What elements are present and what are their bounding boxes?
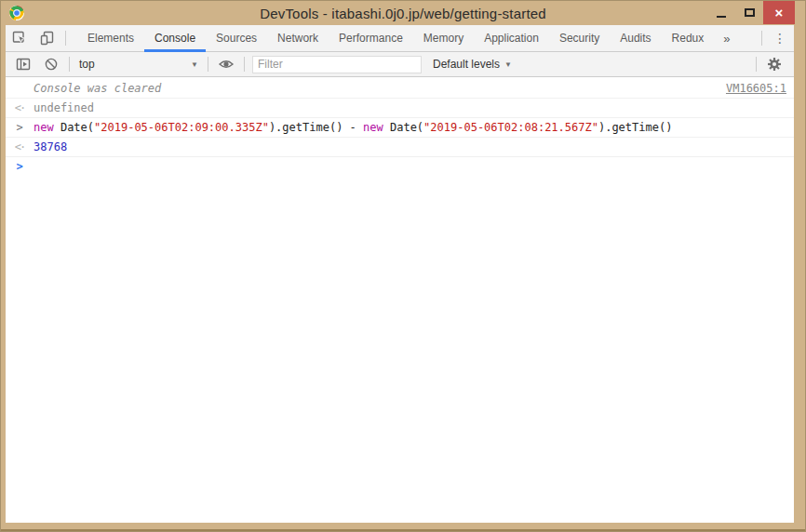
token-plain: ).getTime() bbox=[598, 121, 672, 134]
close-icon: × bbox=[775, 6, 784, 20]
tab-console[interactable]: Console bbox=[144, 25, 206, 52]
console-row-info: Console was clearedVM16605:1 bbox=[6, 79, 794, 99]
toolbar-right bbox=[752, 53, 794, 75]
filter-input[interactable] bbox=[252, 56, 422, 73]
title-bar: DevTools - itabashi.0j0.jp/web/getting-s… bbox=[1, 1, 805, 25]
console-row-command: >new Date("2019-05-06T02:09:00.335Z").ge… bbox=[6, 118, 794, 138]
tab-redux[interactable]: Redux bbox=[662, 25, 715, 52]
chrome-icon bbox=[9, 6, 24, 20]
command-expression: new Date("2019-05-06T02:09:00.335Z").get… bbox=[34, 119, 786, 136]
close-button[interactable]: × bbox=[763, 1, 795, 24]
maximize-icon bbox=[745, 8, 755, 17]
command-chevron-icon: > bbox=[6, 119, 34, 136]
separator bbox=[244, 57, 245, 72]
minimize-button[interactable] bbox=[707, 1, 735, 24]
clear-console-button[interactable] bbox=[39, 53, 63, 75]
prompt-chevron-icon: > bbox=[6, 158, 34, 175]
tab-overflow-button[interactable]: » bbox=[714, 32, 739, 46]
log-levels-dropdown[interactable]: Default levels ▼ bbox=[425, 58, 519, 71]
separator bbox=[65, 31, 66, 46]
token-plain: ).getTime() - bbox=[269, 121, 363, 134]
inspect-element-button[interactable] bbox=[7, 27, 32, 49]
tab-application[interactable]: Application bbox=[474, 25, 549, 52]
window-controls: × bbox=[707, 1, 795, 24]
execution-context-selector[interactable]: top ▼ bbox=[74, 58, 204, 71]
token-plain: Date( bbox=[54, 121, 94, 134]
token-keyword: new bbox=[363, 121, 383, 134]
tab-sources[interactable]: Sources bbox=[206, 25, 267, 52]
console-toolbar: top ▼ Default levels ▼ bbox=[6, 52, 794, 77]
window-bottom-edge bbox=[1, 529, 805, 531]
devtools-window: DevTools - itabashi.0j0.jp/web/getting-s… bbox=[0, 0, 806, 532]
token-string: "2019-05-06T02:08:21.567Z" bbox=[423, 121, 598, 134]
maximize-button[interactable] bbox=[735, 1, 763, 24]
tabbar-right: ⋮ bbox=[758, 27, 794, 49]
device-toolbar-button[interactable] bbox=[35, 27, 60, 49]
token-keyword: new bbox=[34, 121, 54, 134]
more-menu-button[interactable]: ⋮ bbox=[768, 27, 792, 49]
separator bbox=[756, 57, 757, 72]
console-row-result: <·undefined bbox=[6, 99, 794, 118]
log-levels-label: Default levels bbox=[433, 58, 500, 71]
live-expression-eye-button[interactable] bbox=[214, 53, 238, 75]
window-title: DevTools - itabashi.0j0.jp/web/getting-s… bbox=[1, 6, 805, 21]
devtools-frame: ElementsConsoleSourcesNetworkPerformance… bbox=[6, 25, 794, 523]
separator bbox=[761, 31, 762, 46]
vertical-dots-icon: ⋮ bbox=[773, 31, 786, 46]
chevron-down-icon: ▼ bbox=[191, 60, 198, 69]
token-plain: Date( bbox=[383, 121, 423, 134]
console-settings-button[interactable] bbox=[762, 53, 786, 75]
tab-elements[interactable]: Elements bbox=[77, 25, 144, 52]
tab-performance[interactable]: Performance bbox=[329, 25, 413, 52]
result-value: undefined bbox=[34, 100, 786, 116]
token-string: "2019-05-06T02:09:00.335Z" bbox=[94, 121, 269, 134]
panel-tab-bar: ElementsConsoleSourcesNetworkPerformance… bbox=[6, 25, 794, 52]
console-sidebar-toggle-button[interactable] bbox=[11, 53, 35, 75]
result-number-value: 38768 bbox=[34, 139, 786, 155]
tab-audits[interactable]: Audits bbox=[610, 25, 661, 52]
tab-list: ElementsConsoleSourcesNetworkPerformance… bbox=[77, 25, 714, 52]
chevron-down-icon: ▼ bbox=[504, 60, 512, 69]
result-arrow-icon: <· bbox=[6, 100, 34, 116]
tab-network[interactable]: Network bbox=[267, 25, 329, 52]
console-messages[interactable]: Console was clearedVM16605:1<·undefined>… bbox=[6, 77, 794, 523]
source-link[interactable]: VM16605:1 bbox=[726, 80, 786, 97]
result-arrow-icon: <· bbox=[6, 139, 34, 155]
console-info-text: Console was cleared bbox=[34, 80, 715, 97]
minimize-icon bbox=[717, 16, 726, 18]
tab-memory[interactable]: Memory bbox=[413, 25, 474, 52]
console-row-prompt[interactable]: > bbox=[6, 157, 794, 176]
execution-context-value: top bbox=[79, 58, 95, 71]
separator bbox=[208, 57, 208, 72]
tab-security[interactable]: Security bbox=[549, 25, 610, 52]
gear-icon bbox=[767, 57, 782, 72]
console-row-result-number: <·38768 bbox=[6, 138, 794, 157]
separator bbox=[69, 57, 70, 72]
